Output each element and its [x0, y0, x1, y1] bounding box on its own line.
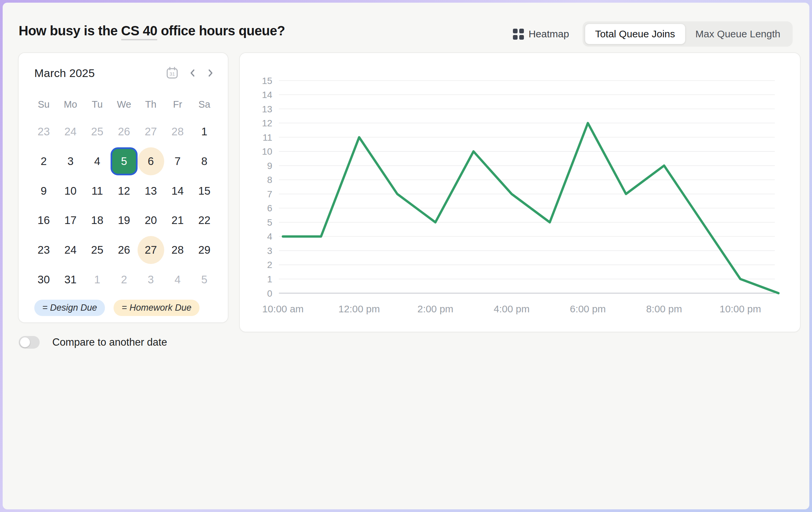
calendar-day[interactable]: 15 [191, 176, 218, 206]
calendar-day-number: 21 [164, 206, 191, 234]
svg-text:10:00 am: 10:00 am [262, 303, 303, 314]
svg-text:5: 5 [267, 217, 272, 228]
calendar-day[interactable]: 4 [84, 147, 111, 176]
svg-text:10: 10 [262, 146, 272, 157]
calendar-day-number: 3 [57, 147, 84, 175]
calendar-day[interactable]: 21 [164, 206, 191, 235]
svg-text:12:00 pm: 12:00 pm [338, 303, 380, 314]
calendar-card: March 2025 31 [18, 52, 229, 323]
calendar-day-number: 30 [30, 266, 57, 294]
calendar-day-number: 1 [84, 266, 111, 294]
calendar-day-number: 26 [111, 236, 137, 264]
calendar-week-row: 303112345 [30, 265, 218, 294]
calendar-day-number: 19 [111, 206, 137, 234]
calendar-day[interactable]: 2 [111, 265, 137, 294]
tab-max-queue-length[interactable]: Max Queue Length [686, 24, 790, 44]
calendar-day[interactable]: 19 [111, 206, 137, 235]
calendar-day[interactable]: 5 [111, 147, 137, 176]
compare-label: Compare to another date [52, 336, 167, 348]
svg-text:8: 8 [267, 175, 272, 185]
calendar-day[interactable]: 30 [30, 265, 57, 294]
calendar-day[interactable]: 24 [57, 235, 84, 265]
calendar-day-number: 3 [138, 266, 164, 294]
chart-svg: 012345678910111213141510:00 am12:00 pm2:… [240, 53, 800, 332]
calendar-day[interactable]: 23 [30, 117, 57, 147]
calendar-day[interactable]: 24 [57, 117, 84, 147]
tab-total-queue-joins[interactable]: Total Queue Joins [585, 24, 686, 44]
calendar-day[interactable]: 11 [84, 176, 111, 206]
weekday-label: Tu [84, 99, 111, 110]
calendar-day[interactable]: 3 [57, 147, 84, 176]
calendar-day[interactable]: 18 [84, 206, 111, 235]
calendar-day[interactable]: 20 [138, 206, 164, 235]
calendar-day-number: 1 [191, 118, 218, 146]
calendar-day-number: 27 [138, 118, 164, 146]
calendar-day[interactable]: 2 [30, 147, 57, 176]
calendar-day-number: 12 [111, 177, 137, 205]
calendar-day[interactable]: 3 [138, 265, 164, 294]
y-axis-tick-labels: 0123456789101112131415 [262, 76, 272, 299]
today-button[interactable]: 31 [166, 66, 178, 80]
calendar-day-number: 5 [111, 147, 137, 175]
calendar-day-number: 7 [164, 147, 191, 175]
calendar-day-number: 23 [30, 118, 57, 146]
calendar-day[interactable]: 27 [138, 235, 164, 265]
calendar-day-number: 18 [84, 206, 111, 234]
legend-design-due: = Design Due [34, 300, 105, 316]
calendar-day[interactable]: 9 [30, 176, 57, 206]
svg-text:4: 4 [267, 231, 272, 242]
calendar-day[interactable]: 10 [57, 176, 84, 206]
calendar-day[interactable]: 29 [191, 235, 218, 265]
calendar-day-number: 8 [191, 147, 218, 175]
calendar-day[interactable]: 7 [164, 147, 191, 176]
calendar-day[interactable]: 25 [84, 235, 111, 265]
calendar-day[interactable]: 31 [57, 265, 84, 294]
calendar-day-number: 24 [57, 236, 84, 264]
calendar-day[interactable]: 27 [138, 117, 164, 147]
next-month-button[interactable] [206, 67, 214, 79]
calendar-grid: 2324252627281234567891011121314151617181… [30, 117, 218, 294]
calendar-day[interactable]: 4 [164, 265, 191, 294]
chart-gridlines [279, 81, 775, 293]
svg-text:0: 0 [267, 288, 272, 299]
toggle-knob [20, 337, 30, 347]
view-controls: Heatmap Total Queue Joins Max Queue Leng… [513, 21, 793, 47]
calendar-day[interactable]: 6 [138, 147, 164, 176]
chevron-left-icon [188, 67, 197, 79]
calendar-week-row: 23242526272829 [30, 235, 218, 265]
title-suffix: office hours queue? [157, 23, 285, 38]
calendar-day-number: 25 [84, 236, 111, 264]
calendar-day[interactable]: 28 [164, 117, 191, 147]
heatmap-button[interactable]: Heatmap [513, 28, 569, 40]
calendar-day[interactable]: 23 [30, 235, 57, 265]
calendar-day-number: 20 [138, 206, 164, 234]
queue-joins-line-chart: 012345678910111213141510:00 am12:00 pm2:… [240, 53, 800, 332]
compare-toggle[interactable] [19, 336, 40, 349]
svg-text:6:00 pm: 6:00 pm [570, 303, 606, 314]
calendar-day-number: 29 [191, 236, 218, 264]
calendar-day[interactable]: 8 [191, 147, 218, 176]
calendar-day[interactable]: 16 [30, 206, 57, 235]
weekday-label: Su [30, 99, 57, 110]
calendar-day[interactable]: 25 [84, 117, 111, 147]
calendar-day[interactable]: 14 [164, 176, 191, 206]
calendar-day-number: 26 [111, 118, 137, 146]
calendar-day-number: 23 [30, 236, 57, 264]
calendar-day-number: 15 [191, 177, 218, 205]
prev-month-button[interactable] [188, 67, 197, 79]
svg-text:31: 31 [170, 71, 175, 77]
calendar-day[interactable]: 1 [84, 265, 111, 294]
svg-text:15: 15 [262, 76, 272, 86]
calendar-day[interactable]: 22 [191, 206, 218, 235]
calendar-day[interactable]: 17 [57, 206, 84, 235]
calendar-day[interactable]: 28 [164, 235, 191, 265]
calendar-day[interactable]: 12 [111, 176, 137, 206]
calendar-day[interactable]: 26 [111, 117, 137, 147]
calendar-day[interactable]: 1 [191, 117, 218, 147]
calendar-day[interactable]: 5 [191, 265, 218, 294]
calendar-header: March 2025 31 [34, 66, 214, 80]
calendar-day[interactable]: 13 [138, 176, 164, 206]
compare-row: Compare to another date [19, 336, 167, 349]
calendar-day[interactable]: 26 [111, 235, 137, 265]
calendar-day-number: 14 [164, 177, 191, 205]
